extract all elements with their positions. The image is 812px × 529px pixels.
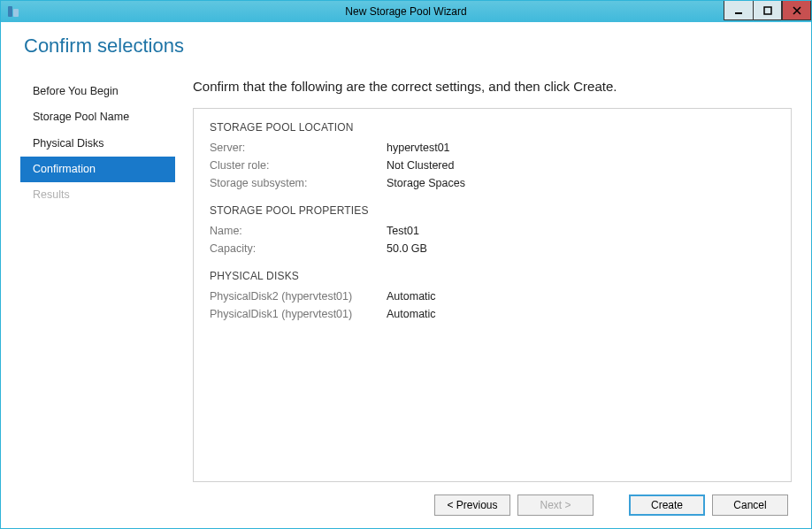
instruction-text: Confirm that the following are the corre…: [193, 79, 792, 94]
page-heading: Confirm selections: [24, 34, 792, 58]
kv-val: Storage Spaces: [387, 174, 465, 192]
window-controls: [724, 1, 811, 22]
create-button[interactable]: Create: [629, 494, 705, 516]
step-results: Results: [20, 182, 175, 208]
kv-row: Storage subsystem: Storage Spaces: [210, 174, 775, 192]
maximize-button[interactable]: [753, 1, 782, 20]
kv-val: hypervtest01: [387, 139, 450, 157]
close-button[interactable]: [782, 1, 811, 20]
kv-row: PhysicalDisk1 (hypervtest01) Automatic: [210, 305, 775, 323]
previous-button[interactable]: < Previous: [434, 494, 510, 516]
cancel-button[interactable]: Cancel: [712, 494, 788, 516]
next-button: Next >: [517, 494, 594, 516]
kv-val: Automatic: [387, 305, 436, 323]
kv-val: 50.0 GB: [387, 240, 427, 257]
kv-key: Server:: [210, 139, 387, 157]
wizard-steps: Before You Begin Storage Pool Name Physi…: [20, 79, 175, 516]
svg-rect-3: [764, 7, 771, 14]
step-physical-disks[interactable]: Physical Disks: [20, 131, 175, 157]
svg-rect-0: [8, 6, 12, 17]
section-header-location: STORAGE POOL LOCATION: [210, 121, 775, 134]
wizard-window: New Storage Pool Wizard Confirm selectio…: [0, 0, 812, 529]
step-before-you-begin[interactable]: Before You Begin: [20, 79, 175, 104]
kv-key: Cluster role:: [210, 157, 387, 174]
section-header-disks: PHYSICAL DISKS: [210, 270, 775, 282]
wizard-footer: < Previous Next > Create Cancel: [193, 482, 792, 516]
kv-key: Capacity:: [210, 240, 387, 257]
step-storage-pool-name[interactable]: Storage Pool Name: [20, 104, 175, 130]
kv-key: PhysicalDisk1 (hypervtest01): [210, 305, 387, 323]
kv-key: PhysicalDisk2 (hypervtest01): [210, 288, 387, 305]
app-icon: [6, 4, 20, 19]
kv-val: Automatic: [387, 288, 436, 305]
minimize-button[interactable]: [724, 1, 753, 20]
summary-box: STORAGE POOL LOCATION Server: hypervtest…: [193, 108, 792, 482]
kv-row: PhysicalDisk2 (hypervtest01) Automatic: [210, 288, 775, 305]
section-header-properties: STORAGE POOL PROPERTIES: [210, 204, 775, 217]
kv-row: Capacity: 50.0 GB: [210, 240, 775, 257]
svg-rect-2: [735, 12, 742, 14]
kv-row: Cluster role: Not Clustered: [210, 157, 775, 174]
button-gap: [601, 494, 622, 516]
kv-key: Storage subsystem:: [210, 174, 387, 192]
wizard-body: Before You Begin Storage Pool Name Physi…: [20, 79, 792, 516]
titlebar: New Storage Pool Wizard: [1, 1, 811, 22]
kv-row: Name: Test01: [210, 222, 775, 240]
kv-key: Name:: [210, 222, 387, 240]
wizard-content: Confirm selections Before You Begin Stor…: [1, 22, 811, 528]
kv-val: Not Clustered: [387, 157, 454, 174]
step-confirmation[interactable]: Confirmation: [20, 157, 175, 182]
svg-rect-1: [13, 9, 19, 17]
kv-row: Server: hypervtest01: [210, 139, 775, 157]
kv-val: Test01: [387, 222, 419, 240]
window-title: New Storage Pool Wizard: [345, 5, 466, 18]
wizard-main: Confirm that the following are the corre…: [175, 79, 792, 516]
